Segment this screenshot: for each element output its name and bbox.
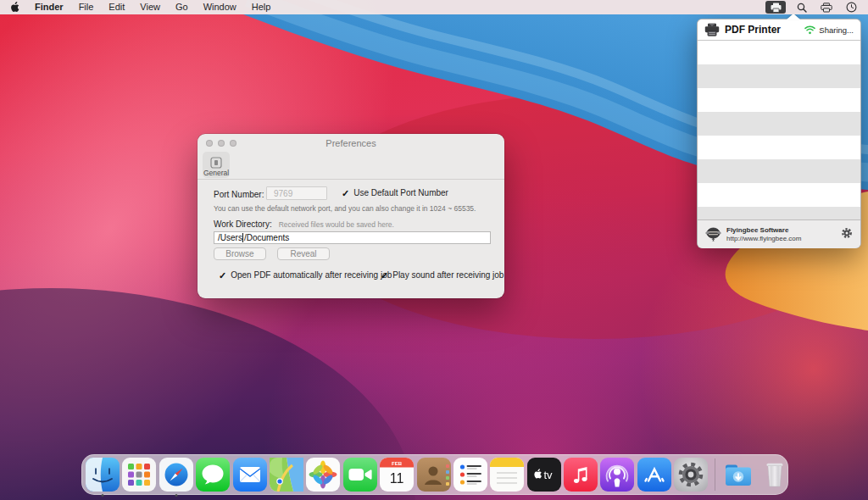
dock-item-safari[interactable] [159, 458, 193, 492]
open-pdf-checkbox[interactable]: ✓ Open PDF automatically after receiving… [219, 270, 392, 280]
running-indicator [175, 494, 177, 497]
dock-item-tv[interactable]: tv [527, 458, 561, 492]
port-number-label: Port Number: [214, 190, 264, 199]
dock-item-maps[interactable] [270, 458, 303, 492]
dock: FEB11 tv [81, 454, 788, 495]
desktop: Finder File Edit View Go Window Help [0, 0, 868, 500]
tv-glyph: tv [543, 469, 553, 481]
tab-general-label: General [203, 169, 229, 177]
minimize-button[interactable] [218, 140, 225, 147]
checkmark-icon: ✓ [342, 189, 349, 197]
menu-bar: Finder File Edit View Go Window Help [0, 0, 868, 14]
dock-item-photos[interactable] [306, 458, 340, 492]
port-help-text: You can use the default network port, an… [214, 204, 476, 213]
preferences-window: Preferences General Port Number: ✓ Use D… [198, 134, 504, 298]
print-job-row[interactable] [698, 41, 860, 64]
work-directory-value: /Users [218, 233, 242, 242]
play-sound-label: Play sound after receiving job [392, 270, 504, 280]
flyingbee-logo-icon [705, 226, 721, 242]
menubar-item-finder[interactable]: Finder [35, 0, 64, 14]
general-printer-icon [210, 157, 222, 169]
running-indicator [102, 494, 104, 497]
dock-item-finder[interactable] [86, 458, 120, 492]
popup-header: PDF Printer Sharing... [698, 19, 860, 41]
open-pdf-label: Open PDF automatically after receiving j… [231, 270, 392, 280]
settings-gear-icon[interactable] [841, 227, 853, 242]
sharing-label: Sharing... [819, 25, 854, 35]
checkmark-icon: ✓ [219, 271, 226, 280]
window-title: Preferences [198, 134, 504, 148]
dock-item-app-store[interactable] [637, 458, 671, 492]
print-job-row[interactable] [698, 88, 860, 112]
spotlight-search-icon[interactable] [793, 1, 810, 14]
calendar-month: FEB [392, 461, 403, 466]
menubar-item-help[interactable]: Help [252, 0, 271, 14]
dock-item-launchpad[interactable] [122, 458, 156, 492]
popup-arrow [787, 14, 800, 19]
popup-title: PDF Printer [725, 24, 781, 36]
menubar-item-edit[interactable]: Edit [108, 0, 125, 14]
work-directory-input[interactable]: /Users/Documents [214, 231, 491, 244]
toolbar-separator [198, 179, 504, 180]
port-number-field[interactable] [266, 186, 327, 200]
work-directory-value: /Documents [244, 233, 289, 242]
print-job-row[interactable] [698, 183, 860, 207]
printer-icon [704, 23, 720, 36]
print-job-row[interactable] [698, 64, 860, 88]
dock-divider [715, 458, 715, 491]
close-button[interactable] [206, 140, 213, 147]
reveal-button[interactable]: Reveal [277, 247, 330, 260]
dock-item-system-preferences[interactable] [674, 458, 708, 492]
print-job-row[interactable] [698, 207, 860, 219]
work-directory-label: Work Directory: [214, 219, 272, 229]
dock-item-podcasts[interactable] [600, 458, 634, 492]
popup-footer: Flyingbee Software http://www.flyingbee.… [698, 219, 860, 248]
dock-item-facetime[interactable] [343, 458, 377, 492]
tab-general[interactable]: General [203, 152, 230, 178]
dock-item-trash[interactable] [758, 458, 792, 492]
clock-icon[interactable] [843, 1, 860, 14]
use-default-port-checkbox[interactable]: ✓ Use Default Port Number [342, 188, 448, 197]
dock-item-music[interactable] [564, 458, 598, 492]
dock-item-calendar[interactable]: FEB11 [380, 458, 414, 492]
zoom-button[interactable] [230, 140, 236, 147]
dock-item-messages[interactable] [196, 458, 230, 492]
menubar-item-go[interactable]: Go [175, 0, 188, 14]
dock-item-notes[interactable] [490, 458, 524, 492]
menubar-item-file[interactable]: File [79, 0, 94, 14]
menubar-item-view[interactable]: View [140, 0, 160, 14]
print-job-list [698, 41, 860, 219]
dock-item-contacts[interactable] [417, 458, 451, 492]
print-job-row[interactable] [698, 112, 860, 136]
work-directory-hint: Received files would be saved here. [279, 220, 394, 229]
pdf-printer-popup: PDF Printer Sharing... Flyingbee Softwar… [697, 19, 861, 248]
menubar-item-window[interactable]: Window [203, 0, 236, 14]
wifi-icon [804, 25, 815, 35]
pdf-printer-menubar-icon[interactable] [765, 1, 786, 14]
titlebar[interactable]: Preferences [198, 134, 504, 151]
dock-item-mail[interactable] [233, 458, 267, 492]
dock-item-downloads[interactable] [721, 458, 755, 492]
printer-menubar-icon[interactable] [818, 1, 835, 14]
play-sound-checkbox[interactable]: ✓ Play sound after receiving job [381, 270, 504, 280]
calendar-day: 11 [390, 471, 404, 486]
company-name: Flyingbee Software [726, 226, 801, 235]
sharing-status[interactable]: Sharing... [804, 25, 854, 35]
use-default-port-label: Use Default Port Number [353, 188, 448, 197]
checkmark-icon: ✓ [381, 271, 388, 280]
browse-button[interactable]: Browse [214, 247, 266, 260]
company-website[interactable]: http://www.flyingbee.com [726, 235, 801, 243]
apple-menu-icon[interactable] [10, 2, 19, 13]
preferences-toolbar: General [198, 151, 504, 179]
print-job-row[interactable] [698, 136, 860, 159]
dock-item-reminders[interactable] [453, 458, 487, 492]
print-job-row[interactable] [698, 159, 860, 183]
